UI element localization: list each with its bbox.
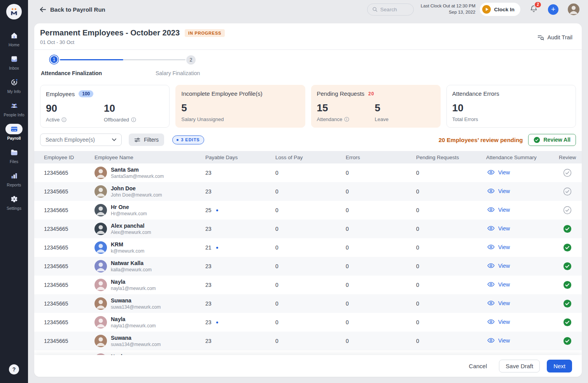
eye-icon [487, 188, 495, 194]
reports-icon [5, 170, 23, 181]
reviewed-check-icon[interactable] [563, 299, 572, 308]
sidebar-item-reports[interactable]: Reports [0, 170, 28, 187]
unreviewed-check-icon[interactable] [563, 169, 572, 177]
review-pending-text: 20 Employees’ review pending [439, 137, 523, 143]
filters-button[interactable]: Filters [129, 134, 164, 146]
table-row: 12345665KRMk@mewurk.com21000View [34, 238, 582, 257]
avatar-silhouette-icon [94, 260, 107, 272]
employee-name: Santa Sam [111, 167, 164, 173]
view-link[interactable]: View [487, 281, 510, 288]
metric-value: 10 [452, 102, 495, 114]
reviewed-check-icon[interactable] [563, 281, 572, 289]
back-button[interactable]: Back to Payroll Run [39, 6, 105, 13]
view-link[interactable]: View [487, 207, 510, 213]
metric-label: Attendance [317, 116, 360, 122]
view-link[interactable]: View [487, 225, 510, 232]
user-avatar[interactable] [568, 4, 579, 15]
employee-id: 12345665 [44, 207, 94, 213]
payable-days: 23 [205, 282, 275, 288]
loss-of-pay: 0 [275, 263, 346, 269]
cancel-button[interactable]: Cancel [469, 363, 487, 369]
summary-cards: Employees10090Active10OffboardedIncomple… [40, 85, 576, 128]
sidebar-nav: HomeInboxMy InfoPeople InfoPayrollFilesR… [0, 30, 28, 211]
eye-icon [487, 207, 495, 213]
errors: 0 [346, 300, 416, 307]
employee-id: 12345665 [44, 226, 94, 232]
loss-of-pay: 0 [275, 338, 346, 344]
pending-requests: 0 [416, 319, 486, 325]
payable-days: 23 [205, 263, 275, 269]
column-header: Employee Name [94, 155, 205, 160]
files-icon [5, 147, 23, 158]
view-link[interactable]: View [487, 188, 510, 194]
employee-id: 12345665 [44, 338, 94, 344]
employee-search-select[interactable]: Search Employee(s) [40, 134, 122, 146]
employee-email: kalla@mewurk.com [111, 267, 152, 272]
mewurk-logo-icon [9, 7, 19, 17]
column-header: Attendance Summary [486, 155, 559, 160]
unreviewed-check-icon[interactable] [563, 206, 572, 214]
sidebar-item-my-info[interactable]: My Info [0, 77, 28, 94]
view-link[interactable]: View [487, 300, 510, 306]
page-title: Permanent Employees - October 2023 [40, 28, 180, 37]
edits-dot-icon [177, 139, 178, 141]
unreviewed-check-icon[interactable] [563, 187, 572, 196]
reviewed-check-icon[interactable] [563, 318, 572, 327]
employee-email: SantaSam@mewurk.com [111, 174, 164, 179]
view-link[interactable]: View [487, 319, 510, 325]
avatar-silhouette-icon [94, 297, 107, 310]
pending-requests: 0 [416, 207, 486, 213]
step-2-circle[interactable]: 2 [186, 55, 196, 65]
help-button[interactable]: ? [9, 364, 19, 374]
errors: 0 [346, 226, 416, 232]
pending-requests: 0 [416, 188, 486, 195]
save-draft-button[interactable]: Save Draft [499, 360, 540, 372]
pending-requests: 0 [416, 263, 486, 269]
sidebar-item-payroll[interactable]: Payroll [0, 124, 28, 141]
global-search[interactable] [367, 4, 414, 16]
view-link[interactable]: View [487, 169, 510, 176]
edits-badge[interactable]: 3 EDITS [172, 135, 204, 144]
reviewed-check-icon[interactable] [563, 262, 572, 271]
table-row: 12345665Alex panchalAlex@mewurk.com23000… [34, 220, 582, 238]
review-all-button[interactable]: Review All [528, 134, 576, 146]
avatar-silhouette-icon [94, 279, 107, 291]
reviewed-check-icon[interactable] [563, 243, 572, 252]
settings-icon [5, 194, 23, 204]
column-header: Errors [346, 155, 416, 160]
table-row: 12345665Hr OneHr@mewurk.com25000View [34, 201, 582, 220]
loss-of-pay: 0 [275, 300, 346, 307]
view-link[interactable]: View [487, 337, 510, 344]
sidebar-item-people-info[interactable]: People Info [0, 100, 28, 117]
next-button[interactable]: Next [547, 360, 572, 372]
sidebar-item-files[interactable]: Files [0, 147, 28, 164]
sidebar-item-label: Inbox [9, 66, 19, 70]
summary-card: Employees10090Active10Offboarded [40, 85, 170, 128]
errors: 0 [346, 188, 416, 195]
notifications-button[interactable]: 2 [530, 5, 538, 14]
sidebar-item-inbox[interactable]: Inbox [0, 54, 28, 70]
view-link[interactable]: View [487, 244, 510, 250]
audit-trail-button[interactable]: Audit Trail [537, 33, 572, 42]
employee-id: 12345665 [44, 319, 94, 325]
edited-dot-icon [216, 209, 218, 211]
eye-icon [487, 263, 495, 269]
employee-name: KRM [111, 241, 144, 248]
reviewed-check-icon[interactable] [563, 337, 572, 345]
view-link[interactable]: View [487, 263, 510, 269]
sidebar-item-settings[interactable]: Settings [0, 194, 28, 211]
pending-requests: 0 [416, 226, 486, 232]
loss-of-pay: 0 [275, 170, 346, 176]
avatar-silhouette-icon [94, 204, 107, 216]
app-logo[interactable] [6, 4, 22, 19]
employee-email: nayla1@mewurk.com [111, 323, 156, 329]
sidebar-item-home[interactable]: Home [0, 30, 28, 47]
employee-name: John Doe [111, 185, 162, 192]
add-button[interactable]: + [548, 4, 558, 15]
summary-card-title: Attendance Errors [452, 90, 499, 97]
clock-in-button[interactable]: Clock In [480, 3, 520, 16]
step-1-circle[interactable]: 1 [50, 55, 58, 64]
play-icon [482, 5, 491, 14]
reviewed-check-icon[interactable] [563, 225, 572, 233]
search-input[interactable] [380, 7, 408, 12]
